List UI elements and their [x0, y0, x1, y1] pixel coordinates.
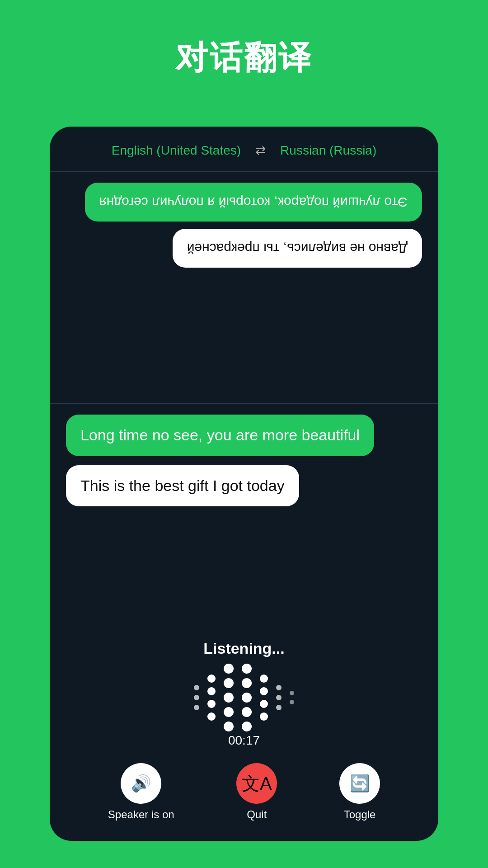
toggle-label: Toggle [344, 808, 376, 821]
wave-col-5 [260, 675, 268, 721]
english-bubble-primary: Long time no see, you are more beautiful [66, 415, 374, 456]
app-title: 对话翻译 [0, 0, 488, 80]
english-bubble-secondary: This is the best gift I got today [66, 465, 299, 507]
upper-translation-section: Давно не виделись, ты прекрасней Это луч… [50, 172, 438, 403]
timer-display: 00:17 [228, 733, 260, 748]
speaker-button[interactable]: 🔊 Speaker is on [108, 763, 174, 821]
wave-col-3 [224, 664, 234, 731]
swap-languages-icon[interactable]: ⇄ [255, 143, 266, 158]
quit-circle[interactable]: 文A [236, 763, 277, 804]
toggle-circle[interactable]: 🔄 [339, 763, 380, 804]
translation-card: English (United States) ⇄ Russian (Russi… [50, 127, 438, 841]
language-header: English (United States) ⇄ Russian (Russi… [50, 127, 438, 171]
speaker-icon: 🔊 [131, 774, 151, 793]
russian-bubble-primary: Это лучший подарок, который я получил се… [85, 183, 422, 222]
speaker-label: Speaker is on [108, 808, 174, 821]
target-language[interactable]: Russian (Russia) [280, 143, 376, 158]
speaker-circle[interactable]: 🔊 [121, 763, 161, 804]
russian-bubble-secondary: Давно не виделись, ты прекрасней [173, 229, 422, 268]
wave-col-2 [207, 675, 216, 721]
bottom-controls: 🔊 Speaker is on 文A Quit 🔄 Toggle [50, 759, 438, 841]
toggle-button[interactable]: 🔄 Toggle [339, 763, 380, 821]
waveform-visualizer [194, 668, 294, 727]
quit-button[interactable]: 文A Quit [236, 763, 277, 821]
wave-col-7 [290, 691, 294, 704]
wave-col-4 [242, 664, 252, 731]
quit-label: Quit [247, 808, 267, 821]
lower-translation-section: Long time no see, you are more beautiful… [50, 404, 438, 635]
listening-status: Listening... [203, 640, 284, 657]
listening-section: Listening... [50, 635, 438, 759]
source-language[interactable]: English (United States) [112, 143, 241, 158]
wave-col-6 [276, 685, 282, 710]
wave-col-1 [194, 685, 199, 710]
toggle-icon: 🔄 [350, 774, 370, 793]
translate-icon: 文A [242, 771, 272, 796]
